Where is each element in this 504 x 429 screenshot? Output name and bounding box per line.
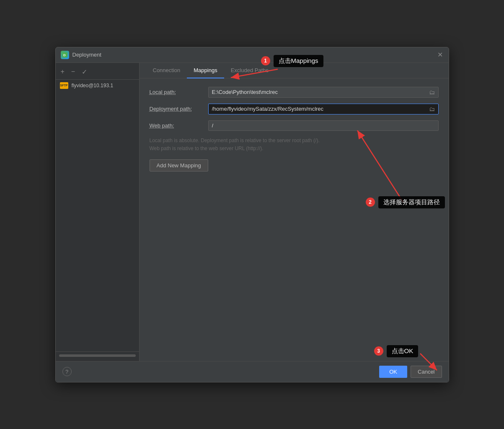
sidebar-toolbar: + − ✓ xyxy=(56,65,139,80)
deployment-path-label: Deployment path: xyxy=(150,106,208,112)
web-path-input[interactable] xyxy=(212,122,435,129)
deployment-path-input[interactable] xyxy=(212,106,426,112)
local-path-row: Local path: 🗂 xyxy=(150,87,439,98)
close-button[interactable]: ✕ xyxy=(437,52,444,58)
add-new-mapping-button[interactable]: Add New Mapping xyxy=(150,159,208,172)
scrollbar[interactable] xyxy=(59,354,136,357)
sftp-icon: SFTP xyxy=(60,82,68,89)
deployment-path-row: Deployment path: 🗂 xyxy=(150,104,439,114)
tab-connection[interactable]: Connection xyxy=(146,63,187,78)
title-bar: D Deployment ✕ xyxy=(56,47,449,63)
dialog-title: Deployment xyxy=(72,52,101,58)
annotation-tooltip-1: 点击Mappings xyxy=(274,55,323,67)
sidebar-bottom xyxy=(56,351,139,359)
svg-text:D: D xyxy=(63,53,66,57)
sidebar: + − ✓ SFTP flyvideo@10.193.1 xyxy=(56,63,140,361)
tab-mappings[interactable]: Mappings xyxy=(187,63,224,78)
deployment-path-input-wrapper: 🗂 xyxy=(208,104,439,114)
local-path-label: Local path: xyxy=(150,89,208,95)
annotation-num-2: 2 xyxy=(366,198,375,207)
annotation-tooltip-3: 点击OK xyxy=(387,345,419,357)
server-label: flyvideo@10.193.1 xyxy=(72,83,114,88)
sidebar-item-server[interactable]: SFTP flyvideo@10.193.1 xyxy=(56,80,139,91)
add-server-button[interactable]: + xyxy=(59,67,66,76)
deployment-path-folder-icon[interactable]: 🗂 xyxy=(429,106,435,112)
local-path-folder-icon[interactable]: 🗂 xyxy=(429,89,435,96)
ok-button[interactable]: OK xyxy=(379,366,407,378)
remove-server-button[interactable]: − xyxy=(70,67,77,76)
title-bar-left: D Deployment xyxy=(61,51,101,59)
form-area: Local path: 🗂 Deployment path: 🗂 xyxy=(140,78,449,361)
footer-buttons: OK Cancel xyxy=(379,366,442,378)
annotation-3: 3 点击OK xyxy=(374,345,419,357)
app-icon: D xyxy=(61,51,69,59)
main-content: Connection Mappings Excluded Paths Local… xyxy=(140,63,449,361)
web-path-input-wrapper xyxy=(208,120,439,131)
annotation-1: 1 点击Mappings xyxy=(261,55,323,67)
web-path-row: Web path: xyxy=(150,120,439,131)
check-server-button[interactable]: ✓ xyxy=(80,67,89,77)
web-path-label: Web path: xyxy=(150,122,208,129)
local-path-input[interactable] xyxy=(212,89,426,95)
cancel-button[interactable]: Cancel xyxy=(411,366,442,378)
help-button[interactable]: ? xyxy=(62,367,72,376)
dialog-footer: ? OK Cancel xyxy=(56,361,449,382)
annotation-2: 2 选择服务器项目路径 xyxy=(366,196,445,208)
hint-text: Local path is absolute. Deployment path … xyxy=(150,137,439,153)
annotation-tooltip-2: 选择服务器项目路径 xyxy=(378,196,445,208)
dialog-body: + − ✓ SFTP flyvideo@10.193.1 Connection … xyxy=(56,63,449,361)
annotation-num-1: 1 xyxy=(261,56,270,65)
local-path-input-wrapper: 🗂 xyxy=(208,87,439,98)
deployment-dialog: D Deployment ✕ + − ✓ SFTP flyvideo@10.19… xyxy=(55,47,449,382)
annotation-num-3: 3 xyxy=(374,346,383,356)
